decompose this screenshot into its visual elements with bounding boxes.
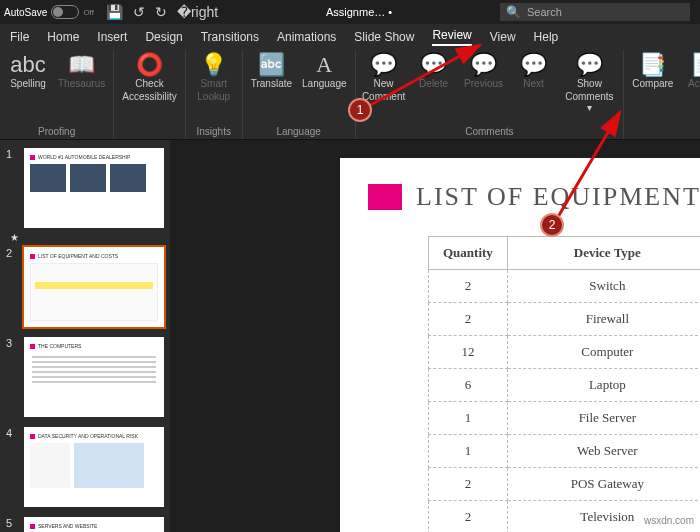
star-icon: ★ <box>10 232 164 243</box>
tab-home[interactable]: Home <box>47 30 79 44</box>
title-bar: AutoSave Off 💾 ↺ ↻ �right Assignme… • 🔍 … <box>0 0 700 24</box>
tab-review[interactable]: Review <box>432 28 471 46</box>
thumbnail-2[interactable]: 2 LIST OF EQUIPMENT AND COSTS <box>6 247 164 327</box>
thumbnail-3[interactable]: 3 THE COMPUTERS <box>6 337 164 417</box>
redo-icon[interactable]: ↻ <box>155 4 167 20</box>
compare-button[interactable]: 📑 Compare <box>632 54 673 89</box>
thumbnail-1[interactable]: 1 WORLD #1 AUTOMOBILE DEALERSHIP <box>6 148 164 228</box>
tab-transitions[interactable]: Transitions <box>201 30 259 44</box>
show-comments-icon: 💬 <box>576 54 603 76</box>
slide-thumbnail-panel[interactable]: 1 WORLD #1 AUTOMOBILE DEALERSHIP ★ 2 LIS… <box>0 140 170 532</box>
previous-comment-icon: 💬 <box>470 54 497 76</box>
tab-help[interactable]: Help <box>534 30 559 44</box>
group-label-comments: Comments <box>364 124 616 137</box>
language-icon: A <box>316 54 332 76</box>
table-row: 12Computer <box>429 336 701 369</box>
search-box[interactable]: 🔍 Search <box>500 3 690 21</box>
save-icon[interactable]: 💾 <box>106 4 123 20</box>
new-comment-button[interactable]: 💬 New Comment <box>364 54 404 102</box>
tab-insert[interactable]: Insert <box>97 30 127 44</box>
group-compare: 📑 Compare 📄 Accept <box>624 50 700 139</box>
toggle-switch[interactable] <box>51 5 79 19</box>
autosave-toggle[interactable]: AutoSave Off <box>4 5 94 19</box>
tab-animations[interactable]: Animations <box>277 30 336 44</box>
autosave-state: Off <box>83 8 94 17</box>
compare-icon: 📑 <box>639 54 666 76</box>
slide-heading: LIST OF EQUIPMENT A <box>368 182 700 212</box>
smart-lookup-icon: 💡 <box>200 54 227 76</box>
ribbon: abc Spelling 📖 Thesaurus Proofing ⭕ Chec… <box>0 50 700 140</box>
tab-slideshow[interactable]: Slide Show <box>354 30 414 44</box>
show-comments-button[interactable]: 💬 Show Comments ▾ <box>564 54 616 113</box>
col-device-type: Device Type <box>507 237 700 270</box>
quick-access-toolbar: 💾 ↺ ↻ �right <box>106 4 218 20</box>
start-slideshow-icon[interactable]: �right <box>177 4 218 20</box>
table-row: 6Laptop <box>429 369 701 402</box>
equipment-table: Quantity Device Type 2Switch2Firewall12C… <box>428 236 700 532</box>
new-comment-icon: 💬 <box>370 54 397 76</box>
slide-editor[interactable]: LIST OF EQUIPMENT A Quantity Device Type… <box>170 140 700 532</box>
tab-view[interactable]: View <box>490 30 516 44</box>
thumbnail-5[interactable]: 5 SERVERS AND WEBSITE <box>6 517 164 532</box>
group-proofing: abc Spelling 📖 Thesaurus Proofing <box>0 50 114 139</box>
group-comments: 💬 New Comment 💬 Delete 💬 Previous 💬 Next… <box>356 50 625 139</box>
group-accessibility: ⭕ Check Accessibility <box>114 50 185 139</box>
ribbon-tabs: File Home Insert Design Transitions Anim… <box>0 24 700 50</box>
table-row: 2Firewall <box>429 303 701 336</box>
spelling-icon: abc <box>10 54 45 76</box>
previous-comment-button[interactable]: 💬 Previous <box>464 54 504 89</box>
group-label-language: Language <box>251 124 347 137</box>
smart-lookup-button[interactable]: 💡 Smart Lookup <box>194 54 234 102</box>
accessibility-icon: ⭕ <box>136 54 163 76</box>
pink-accent <box>368 184 402 210</box>
tab-file[interactable]: File <box>10 30 29 44</box>
col-quantity: Quantity <box>429 237 508 270</box>
translate-button[interactable]: 🔤 Translate <box>251 54 292 89</box>
table-row: 2POS Gateway <box>429 468 701 501</box>
next-comment-icon: 💬 <box>520 54 547 76</box>
group-insights: 💡 Smart Lookup Insights <box>186 50 243 139</box>
group-label-proofing: Proofing <box>8 124 105 137</box>
next-comment-button[interactable]: 💬 Next <box>514 54 554 89</box>
thesaurus-icon: 📖 <box>68 54 95 76</box>
slide-canvas[interactable]: LIST OF EQUIPMENT A Quantity Device Type… <box>340 158 700 532</box>
watermark: wsxdn.com <box>644 515 694 526</box>
tab-design[interactable]: Design <box>145 30 182 44</box>
accept-icon: 📄 <box>690 54 700 76</box>
undo-icon[interactable]: ↺ <box>133 4 145 20</box>
search-icon: 🔍 <box>506 5 521 19</box>
thumbnail-4[interactable]: 4 DATA SECURITY AND OPERATIONAL RISK <box>6 427 164 507</box>
check-accessibility-button[interactable]: ⭕ Check Accessibility <box>122 54 176 102</box>
content-area: 1 WORLD #1 AUTOMOBILE DEALERSHIP ★ 2 LIS… <box>0 140 700 532</box>
table-row: 1Web Server <box>429 435 701 468</box>
delete-comment-button[interactable]: 💬 Delete <box>414 54 454 89</box>
document-title: Assignme… • <box>222 6 496 18</box>
language-button[interactable]: A Language <box>302 54 347 89</box>
table-row: 1File Server <box>429 402 701 435</box>
group-label-insights: Insights <box>194 124 234 137</box>
accept-button[interactable]: 📄 Accept <box>683 54 700 89</box>
spelling-button[interactable]: abc Spelling <box>8 54 48 89</box>
table-row: 2Switch <box>429 270 701 303</box>
group-language: 🔤 Translate A Language Language <box>243 50 356 139</box>
delete-comment-icon: 💬 <box>420 54 447 76</box>
search-placeholder: Search <box>527 6 562 18</box>
thesaurus-button[interactable]: 📖 Thesaurus <box>58 54 105 89</box>
translate-icon: 🔤 <box>258 54 285 76</box>
autosave-label: AutoSave <box>4 7 47 18</box>
